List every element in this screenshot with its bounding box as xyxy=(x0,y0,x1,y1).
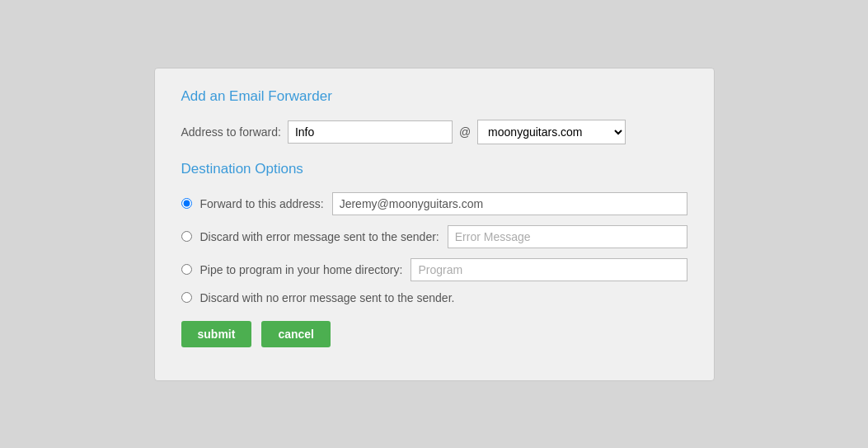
submit-button[interactable]: submit xyxy=(181,321,252,347)
program-input-wrapper xyxy=(411,258,687,281)
error-input-wrapper xyxy=(448,225,687,248)
button-row: submit cancel xyxy=(181,321,687,347)
email-forwarder-card: Add an Email Forwarder Address to forwar… xyxy=(154,68,715,381)
radio-discard-error[interactable] xyxy=(181,231,192,242)
cancel-button[interactable]: cancel xyxy=(261,321,331,347)
page-title: Add an Email Forwarder xyxy=(181,88,687,105)
option-label-4: Discard with no error message sent to th… xyxy=(200,291,455,304)
forward-address-input[interactable] xyxy=(332,192,687,215)
at-symbol: @ xyxy=(459,125,471,139)
domain-select[interactable]: moonyguitars.com xyxy=(477,120,626,144)
program-input[interactable] xyxy=(411,258,687,281)
address-row: Address to forward: @ moonyguitars.com xyxy=(181,120,687,144)
radio-discard-noerror[interactable] xyxy=(181,292,192,303)
option-label-1: Forward to this address: xyxy=(200,197,324,210)
option-label-2: Discard with error message sent to the s… xyxy=(200,230,439,243)
address-label: Address to forward: xyxy=(181,125,281,139)
address-input[interactable] xyxy=(288,120,453,144)
radio-pipe[interactable] xyxy=(181,264,192,275)
option-row-2: Discard with error message sent to the s… xyxy=(181,225,687,248)
radio-forward[interactable] xyxy=(181,198,192,209)
option-label-3: Pipe to program in your home directory: xyxy=(200,263,403,276)
destination-title: Destination Options xyxy=(181,161,687,177)
error-message-input[interactable] xyxy=(448,225,687,248)
forward-input-wrapper xyxy=(332,192,687,215)
option-row-1: Forward to this address: xyxy=(181,192,687,215)
option-row-4: Discard with no error message sent to th… xyxy=(181,291,687,304)
option-row-3: Pipe to program in your home directory: xyxy=(181,258,687,281)
